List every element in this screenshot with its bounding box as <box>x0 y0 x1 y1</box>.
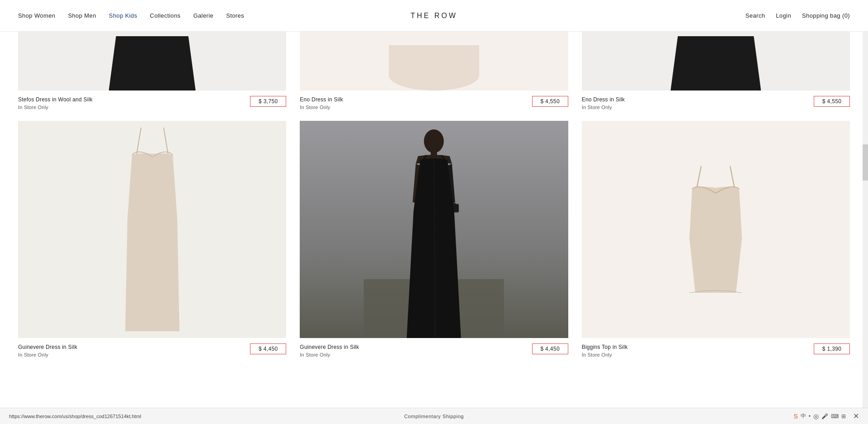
product-name: Guinevere Dress in Silk <box>18 343 77 351</box>
product-details: Guinevere Dress in Silk In Store Only <box>300 343 359 357</box>
product-details: Eno Dress in Silk In Store Only <box>582 96 625 110</box>
nav-left: Shop Women Shop Men Shop Kids Collection… <box>18 12 244 19</box>
main-content: Stefos Dress in Wool and Silk In Store O… <box>0 32 868 386</box>
nav-stores[interactable]: Stores <box>226 12 244 19</box>
svg-point-3 <box>424 129 444 153</box>
product-item: Eno Dress in Silk In Store Only $ 4,550 <box>582 32 850 112</box>
product-image[interactable] <box>582 121 850 338</box>
product-details: Stefos Dress in Wool and Silk In Store O… <box>18 96 93 110</box>
product-item: Stefos Dress in Wool and Silk In Store O… <box>18 32 286 112</box>
product-availability: In Store Only <box>582 105 625 110</box>
product-name: Guinevere Dress in Silk <box>300 343 359 351</box>
svg-line-1 <box>164 128 168 155</box>
scrollbar[interactable] <box>863 32 868 386</box>
product-info: Guinevere Dress in Silk In Store Only $ … <box>18 338 286 359</box>
product-item: Guinevere Dress in Silk In Store Only $ … <box>300 121 568 359</box>
brand-logo[interactable]: THE ROW <box>410 12 458 20</box>
site-header: Shop Women Shop Men Shop Kids Collection… <box>0 0 868 32</box>
product-image[interactable] <box>582 32 850 91</box>
product-availability: In Store Only <box>18 105 93 110</box>
product-details: Eno Dress in Silk In Store Only <box>300 96 343 110</box>
login-link[interactable]: Login <box>776 12 791 19</box>
nav-shop-men[interactable]: Shop Men <box>68 12 96 19</box>
product-availability: In Store Only <box>300 352 359 357</box>
svg-line-9 <box>697 166 701 189</box>
product-price[interactable]: $ 4,450 <box>250 343 286 354</box>
product-info: Biggins Top in Silk In Store Only $ 1,39… <box>582 338 850 359</box>
product-image[interactable] <box>300 121 568 338</box>
product-price[interactable]: $ 4,450 <box>532 343 568 354</box>
product-image[interactable] <box>300 32 568 91</box>
product-details: Guinevere Dress in Silk In Store Only <box>18 343 77 357</box>
product-availability: In Store Only <box>300 105 343 110</box>
product-item: Guinevere Dress in Silk In Store Only $ … <box>18 121 286 359</box>
svg-line-0 <box>137 128 141 155</box>
product-item: Biggins Top in Silk In Store Only $ 1,39… <box>582 121 850 359</box>
product-name: Stefos Dress in Wool and Silk <box>18 96 93 104</box>
product-info: Eno Dress in Silk In Store Only $ 4,550 <box>582 91 850 112</box>
product-info: Guinevere Dress in Silk In Store Only $ … <box>300 338 568 359</box>
nav-right: Search Login Shopping bag (0) <box>745 12 850 19</box>
product-availability: In Store Only <box>18 352 77 357</box>
product-availability: In Store Only <box>582 352 628 357</box>
product-info: Eno Dress in Silk In Store Only $ 4,550 <box>300 91 568 112</box>
nav-shop-women[interactable]: Shop Women <box>18 12 55 19</box>
product-price[interactable]: $ 4,550 <box>532 96 568 107</box>
product-image[interactable] <box>18 121 286 338</box>
product-name: Eno Dress in Silk <box>582 96 625 104</box>
shopping-bag-link[interactable]: Shopping bag (0) <box>802 12 850 19</box>
scrollbar-thumb[interactable] <box>863 144 868 181</box>
product-price[interactable]: $ 1,390 <box>814 343 850 354</box>
product-item: Eno Dress in Silk In Store Only $ 4,550 <box>300 32 568 112</box>
nav-galerie[interactable]: Galerie <box>193 12 213 19</box>
product-info: Stefos Dress in Wool and Silk In Store O… <box>18 91 286 112</box>
product-name: Eno Dress in Silk <box>300 96 343 104</box>
product-price[interactable]: $ 3,750 <box>250 96 286 107</box>
product-grid: Stefos Dress in Wool and Silk In Store O… <box>18 32 850 368</box>
product-details: Biggins Top in Silk In Store Only <box>582 343 628 357</box>
nav-shop-kids[interactable]: Shop Kids <box>109 12 137 19</box>
product-price[interactable]: $ 4,550 <box>814 96 850 107</box>
product-name: Biggins Top in Silk <box>582 343 628 351</box>
nav-collections[interactable]: Collections <box>150 12 181 19</box>
search-link[interactable]: Search <box>745 12 765 19</box>
svg-line-10 <box>730 166 735 189</box>
product-image[interactable] <box>18 32 286 91</box>
